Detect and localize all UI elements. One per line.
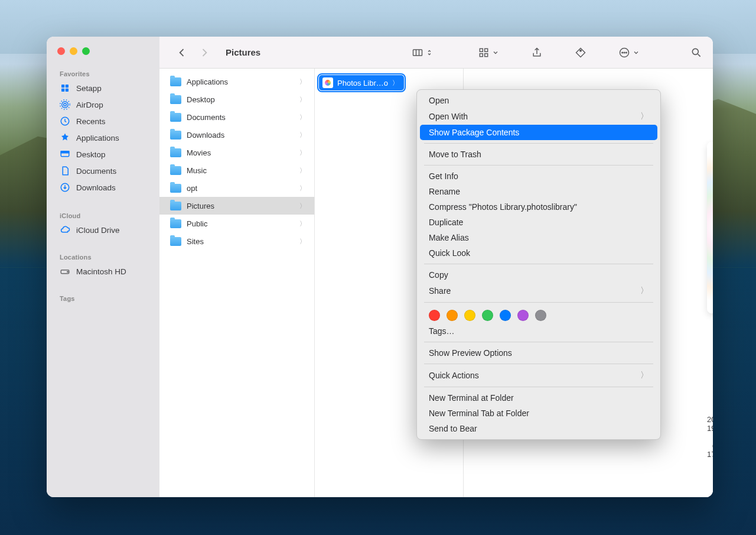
folder-icon	[170, 219, 181, 228]
search-button[interactable]	[690, 47, 702, 59]
svg-rect-2	[61, 89, 64, 92]
folder-movies[interactable]: Movies〉	[159, 144, 314, 161]
sidebar-item-macintosh-hd[interactable]: Macintosh HD	[47, 263, 159, 280]
back-button[interactable]	[176, 47, 188, 59]
chevron-right-icon: 〉	[299, 237, 306, 246]
separator	[424, 387, 653, 387]
separator	[424, 143, 653, 144]
ctx-new-terminal[interactable]: New Terminal at Folder	[417, 390, 660, 406]
airdrop-icon	[60, 99, 70, 110]
ctx-quick-actions[interactable]: Quick Actions〉	[417, 367, 660, 384]
folder-icon	[170, 166, 181, 175]
folder-desktop[interactable]: Desktop〉	[159, 90, 314, 108]
ctx-duplicate[interactable]: Duplicate	[417, 215, 660, 230]
tag-red[interactable]	[429, 310, 440, 321]
folder-name: Public	[187, 219, 207, 228]
created-date: 2019, 19:10	[707, 415, 713, 433]
icloud-header: iCloud	[47, 209, 159, 222]
separator	[424, 264, 653, 264]
separator	[424, 302, 653, 303]
sidebar-item-setapp[interactable]: Setapp	[47, 80, 159, 96]
ctx-rename[interactable]: Rename	[417, 184, 660, 199]
folder-opt[interactable]: opt〉	[159, 179, 314, 197]
tag-green[interactable]	[482, 310, 493, 321]
ellipsis-circle-icon	[618, 47, 630, 59]
minimize-button[interactable]	[70, 47, 77, 55]
folder-icon	[170, 237, 181, 246]
svg-rect-1	[66, 85, 69, 87]
ctx-copy[interactable]: Copy	[417, 267, 660, 283]
share-button[interactable]	[531, 47, 543, 59]
tag-purple[interactable]	[517, 310, 529, 321]
close-button[interactable]	[57, 47, 65, 55]
chevron-right-icon: 〉	[299, 148, 306, 157]
chevron-right-icon: 〉	[299, 184, 306, 193]
folder-name: Applications	[187, 77, 228, 86]
ctx-show-package-contents[interactable]: Show Package Contents	[420, 125, 657, 140]
separator	[424, 342, 653, 342]
sidebar-item-label: iCloud Drive	[76, 226, 120, 235]
sidebar-item-label: Downloads	[76, 183, 116, 192]
sidebar-item-icloud-drive[interactable]: iCloud Drive	[47, 222, 159, 238]
tag-button[interactable]	[575, 47, 586, 59]
tag-orange[interactable]	[447, 310, 458, 321]
group-by-button[interactable]	[478, 47, 499, 59]
context-menu: Open Open With〉 Show Package Contents Mo…	[416, 89, 661, 440]
ctx-open-with[interactable]: Open With〉	[417, 108, 660, 125]
sidebar-item-label: Setapp	[76, 84, 102, 93]
download-icon	[60, 182, 70, 193]
folder-sites[interactable]: Sites〉	[159, 232, 314, 250]
sidebar-item-desktop[interactable]: Desktop	[47, 146, 159, 163]
ctx-send-to-bear[interactable]: Send to Bear	[417, 421, 660, 436]
modified-date: day, 17:50	[707, 441, 713, 459]
folder-documents[interactable]: Documents〉	[159, 108, 314, 126]
ctx-quick-look[interactable]: Quick Look	[417, 245, 660, 261]
chevron-right-icon: 〉	[640, 286, 649, 296]
ctx-move-to-trash[interactable]: Move to Trash	[417, 147, 660, 162]
folder-icon	[170, 77, 181, 86]
tag-blue[interactable]	[500, 310, 511, 321]
sidebar-item-documents[interactable]: Documents	[47, 163, 159, 179]
applications-icon	[60, 132, 70, 143]
separator	[424, 364, 653, 364]
folder-pictures[interactable]: Pictures〉	[159, 197, 314, 215]
folder-music[interactable]: Music〉	[159, 161, 314, 179]
ctx-tags[interactable]: Tags…	[417, 323, 660, 339]
sidebar-item-airdrop[interactable]: AirDrop	[47, 96, 159, 113]
ctx-get-info[interactable]: Get Info	[417, 168, 660, 184]
svg-rect-3	[66, 89, 69, 92]
folder-name: Downloads	[187, 131, 224, 140]
svg-rect-0	[61, 85, 64, 87]
svg-point-24	[626, 52, 627, 53]
folder-name: Music	[187, 166, 207, 175]
setapp-icon	[60, 83, 70, 93]
tag-yellow[interactable]	[464, 310, 475, 321]
action-menu-button[interactable]	[618, 47, 640, 59]
desktop-icon	[60, 149, 70, 160]
svg-rect-19	[485, 53, 488, 56]
folder-icon	[170, 95, 181, 104]
folder-icon	[170, 148, 181, 157]
folder-applications[interactable]: Applications〉	[159, 73, 314, 90]
sidebar-item-recents[interactable]: Recents	[47, 113, 159, 129]
ctx-new-terminal-tab[interactable]: New Terminal Tab at Folder	[417, 406, 660, 421]
sidebar-item-applications[interactable]: Applications	[47, 129, 159, 146]
ctx-preview-options[interactable]: Show Preview Options	[417, 345, 660, 361]
grid-icon	[478, 47, 490, 59]
ctx-open[interactable]: Open	[417, 93, 660, 108]
zoom-button[interactable]	[82, 47, 90, 55]
folder-public[interactable]: Public〉	[159, 215, 314, 232]
view-mode-button[interactable]	[412, 47, 433, 59]
column-1[interactable]: Applications〉 Desktop〉 Documents〉 Downlo…	[159, 69, 315, 497]
sidebar-item-downloads[interactable]: Downloads	[47, 179, 159, 196]
ctx-compress[interactable]: Compress "Photos Library.photoslibrary"	[417, 199, 660, 215]
disk-icon	[60, 266, 70, 277]
folder-icon	[170, 202, 181, 210]
ctx-share[interactable]: Share〉	[417, 283, 660, 299]
file-photos-library[interactable]: Photos Libr…o 〉	[319, 75, 404, 90]
separator	[424, 165, 653, 166]
forward-button[interactable]	[198, 47, 210, 59]
tag-gray[interactable]	[535, 310, 546, 321]
ctx-make-alias[interactable]: Make Alias	[417, 230, 660, 245]
folder-downloads[interactable]: Downloads〉	[159, 126, 314, 144]
